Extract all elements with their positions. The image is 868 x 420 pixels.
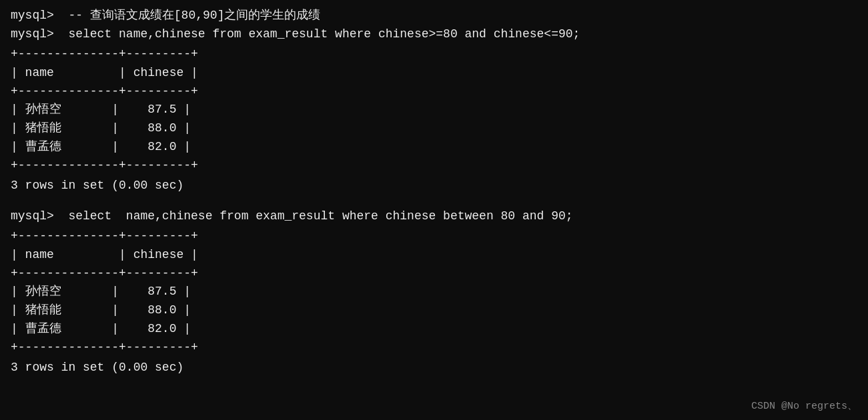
table1-header: | name | chinese | — [11, 64, 857, 83]
table1-border-bottom: +--------------+---------+ — [11, 157, 857, 175]
result-count-2: 3 rows in set (0.00 sec) — [11, 359, 857, 377]
table1-sep: +--------------+---------+ — [11, 83, 857, 101]
terminal-output: mysql> -- 查询语文成绩在[80,90]之间的学生的成绩 mysql> … — [11, 7, 857, 377]
table2-border-bottom: +--------------+---------+ — [11, 339, 857, 357]
table1-border-top: +--------------+---------+ — [11, 45, 857, 64]
table1-row-1: | 孙悟空 | 87.5 | — [11, 101, 857, 119]
table1-row-2: | 猪悟能 | 88.0 | — [11, 119, 857, 138]
table1-row-3: | 曹孟德 | 82.0 | — [11, 138, 857, 157]
result-count-1: 3 rows in set (0.00 sec) — [11, 177, 857, 195]
query-line-2: mysql> select name,chinese from exam_res… — [11, 207, 857, 226]
query-line-1: mysql> select name,chinese from exam_res… — [11, 25, 857, 44]
table2-row-1: | 孙悟空 | 87.5 | — [11, 283, 857, 301]
watermark: CSDN @No regrets、 — [751, 399, 857, 412]
table2-border-top: +--------------+---------+ — [11, 227, 857, 246]
table2-header: | name | chinese | — [11, 246, 857, 265]
result-table-2: +--------------+---------+ | name | chin… — [11, 227, 857, 357]
table2-row-3: | 曹孟德 | 82.0 | — [11, 320, 857, 339]
comment-line-1: mysql> -- 查询语文成绩在[80,90]之间的学生的成绩 — [11, 7, 857, 25]
table2-sep: +--------------+---------+ — [11, 265, 857, 283]
result-table-1: +--------------+---------+ | name | chin… — [11, 45, 857, 175]
table2-row-2: | 猪悟能 | 88.0 | — [11, 301, 857, 320]
